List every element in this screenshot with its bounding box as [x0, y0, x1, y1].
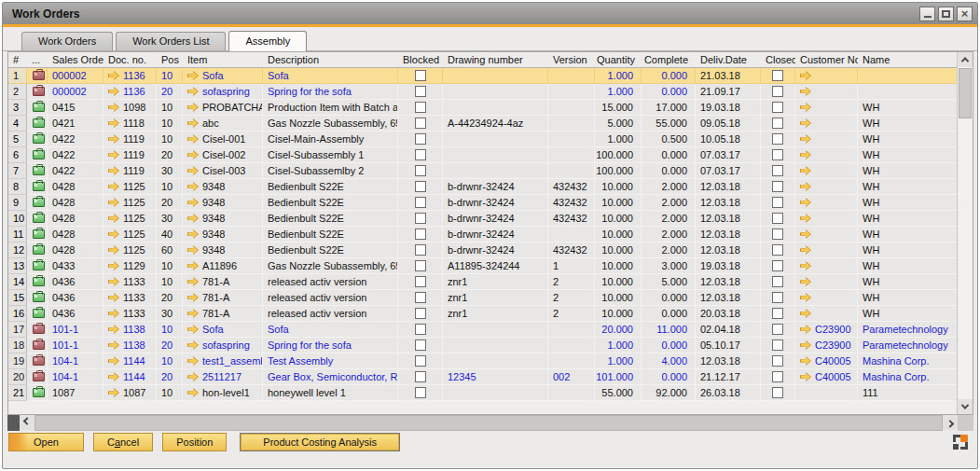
deliv-date-cell[interactable]: 12.03.18 [696, 290, 761, 306]
table-row[interactable]: 16 0436 1133 30 781-A released activ ver… [8, 306, 958, 322]
row-number-cell[interactable]: 12 [8, 242, 27, 258]
description-cell[interactable]: Spring for the sofa [263, 84, 398, 100]
table-row[interactable]: 9 0428 1125 20 9348 Bedienbult S22E b-dr… [8, 195, 958, 211]
customer-link-arrow-icon[interactable] [800, 325, 811, 334]
customer-no-cell[interactable] [795, 132, 858, 147]
link-arrow-icon[interactable] [187, 372, 199, 381]
blocked-checkbox[interactable] [415, 244, 426, 256]
quantity-cell[interactable]: 10.000 [595, 227, 642, 242]
pos-cell[interactable]: 60 [157, 242, 183, 258]
link-arrow-icon[interactable] [108, 261, 119, 270]
item-cell[interactable]: sofaspring [183, 338, 263, 353]
quantity-cell[interactable]: 10.000 [595, 290, 642, 306]
row-number-cell[interactable]: 19 [8, 353, 27, 369]
pos-cell[interactable]: 20 [157, 338, 183, 353]
customer-link-arrow-icon[interactable] [800, 356, 811, 366]
header-name[interactable]: Name [858, 52, 958, 67]
doc-no-cell[interactable]: 1133 [104, 290, 157, 306]
quantity-cell[interactable]: 5.000 [595, 116, 642, 132]
customer-no-cell[interactable]: C40005 [795, 369, 858, 385]
header-drawing-number[interactable]: Drawing number [443, 52, 548, 67]
pos-cell[interactable]: 10 [157, 100, 183, 116]
link-arrow-icon[interactable] [108, 229, 119, 239]
customer-name-cell[interactable]: WH [858, 100, 958, 116]
drawing-number-cell[interactable]: b-drwnr-32424 [443, 242, 548, 258]
cancel-button[interactable]: Cancel [93, 433, 153, 451]
description-cell[interactable]: Spring for the sofa [263, 338, 398, 353]
description-cell[interactable]: Gas Nozzle Subassembly, 65-50 [263, 258, 398, 274]
version-cell[interactable]: 2 [548, 306, 595, 322]
table-row[interactable]: 13 0433 1129 10 A11896 Gas Nozzle Subass… [8, 258, 958, 274]
deliv-date-cell[interactable]: 05.10.17 [696, 338, 761, 353]
customer-link-arrow-icon[interactable] [800, 340, 811, 350]
doc-no-cell[interactable]: 1125 [104, 195, 157, 211]
complete-cell[interactable]: 4.000 [642, 353, 696, 369]
blocked-checkbox[interactable] [415, 308, 426, 319]
header-closed[interactable]: Closed [761, 52, 795, 67]
customer-name-cell[interactable]: WH [858, 116, 958, 132]
drawing-number-cell[interactable] [443, 353, 548, 369]
customer-link-arrow-icon[interactable] [800, 198, 811, 207]
drawing-number-cell[interactable]: znr1 [443, 306, 548, 322]
table-row[interactable]: 17 101-1 1138 10 Sofa Sofa 20.000 11.000… [8, 322, 958, 338]
row-number-cell[interactable]: 20 [8, 369, 27, 385]
item-cell[interactable]: test1_assembl [183, 353, 263, 369]
table-row[interactable]: 10 0428 1125 30 9348 Bedienbult S22E b-d… [8, 211, 958, 227]
sales-order-cell[interactable]: 101-1 [48, 322, 104, 338]
row-number-cell[interactable]: 6 [8, 147, 27, 163]
table-row[interactable]: 18 101-1 1138 20 sofaspring Spring for t… [8, 338, 958, 353]
version-cell[interactable] [548, 163, 595, 179]
pos-cell[interactable]: 20 [157, 195, 183, 211]
customer-link-arrow-icon[interactable] [800, 103, 811, 112]
header-deliv-date[interactable]: Deliv.Date [696, 52, 761, 67]
complete-cell[interactable]: 17.000 [642, 100, 696, 116]
table-row[interactable]: 4 0421 1118 10 abc Gas Nozzle Subassembl… [8, 116, 958, 132]
quantity-cell[interactable]: 1.000 [595, 68, 642, 84]
link-arrow-icon[interactable] [187, 229, 199, 239]
pos-cell[interactable]: 10 [157, 353, 183, 369]
version-cell[interactable]: 2 [548, 274, 595, 290]
item-cell[interactable]: abc [183, 116, 263, 132]
sales-order-cell[interactable]: 0436 [48, 290, 104, 306]
complete-cell[interactable]: 2.000 [642, 179, 696, 195]
description-cell[interactable]: released activ version [263, 290, 398, 306]
complete-cell[interactable]: 0.000 [642, 306, 696, 322]
customer-name-cell[interactable]: WH [858, 242, 958, 258]
complete-cell[interactable]: 0.000 [642, 338, 696, 353]
blocked-checkbox[interactable] [415, 149, 426, 160]
scroll-up-button[interactable] [958, 52, 973, 67]
customer-name-cell[interactable]: WH [858, 147, 958, 163]
drawing-number-cell[interactable] [443, 147, 548, 163]
blocked-checkbox[interactable] [415, 276, 426, 287]
complete-cell[interactable]: 0.000 [642, 290, 696, 306]
pos-cell[interactable]: 30 [157, 211, 183, 227]
closed-checkbox[interactable] [772, 229, 783, 240]
customer-no-cell[interactable] [795, 385, 858, 401]
sales-order-cell[interactable]: 000002 [48, 68, 104, 84]
link-arrow-icon[interactable] [108, 103, 119, 112]
version-cell[interactable] [548, 100, 595, 116]
doc-no-cell[interactable]: 1133 [104, 306, 157, 322]
description-cell[interactable]: Sofa [263, 68, 398, 84]
version-cell[interactable] [548, 68, 595, 84]
description-cell[interactable]: Bedienbult S22E [263, 227, 398, 242]
row-number-cell[interactable]: 11 [8, 227, 27, 242]
deliv-date-cell[interactable]: 07.03.17 [696, 163, 761, 179]
tab-work-orders[interactable]: Work Orders [21, 32, 113, 50]
sales-order-cell[interactable]: 0422 [48, 163, 104, 179]
row-number-cell[interactable]: 14 [8, 274, 27, 290]
blocked-checkbox[interactable] [415, 339, 426, 351]
table-row[interactable]: 5 0422 1119 10 Cisel-001 Cisel-Main-Asse… [8, 132, 958, 147]
drawing-number-cell[interactable]: b-drwnr-32424 [443, 227, 548, 242]
row-number-cell[interactable]: 3 [8, 100, 27, 116]
item-cell[interactable]: hon-level1 [183, 385, 263, 401]
drawing-number-cell[interactable] [443, 68, 548, 84]
sales-order-cell[interactable]: 0428 [48, 179, 104, 195]
row-number-cell[interactable]: 18 [8, 338, 27, 353]
table-row[interactable]: 19 104-1 1144 10 test1_assembl Test Asse… [8, 353, 958, 369]
item-cell[interactable]: 9348 [183, 179, 263, 195]
open-button[interactable]: Open [8, 433, 84, 451]
item-cell[interactable]: 9348 [183, 242, 263, 258]
drawing-number-cell[interactable]: A-44234924-4az [443, 116, 548, 132]
deliv-date-cell[interactable]: 12.03.18 [696, 179, 761, 195]
